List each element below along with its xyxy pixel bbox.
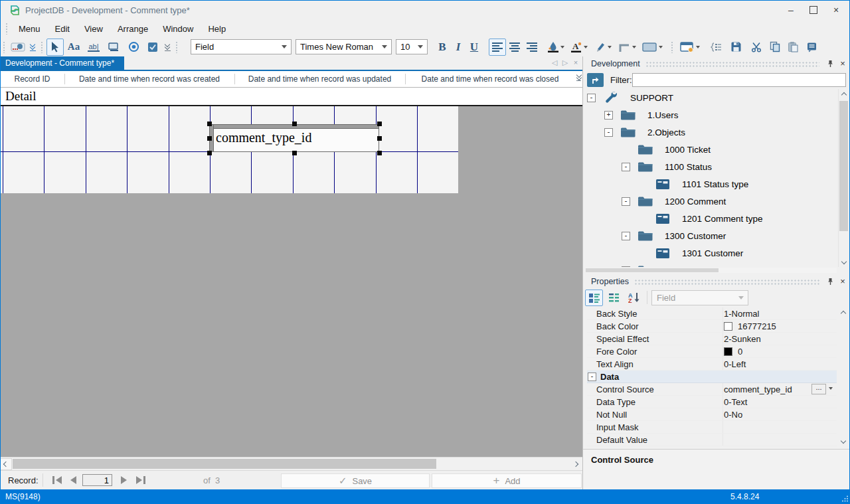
font-name-combobox[interactable]: Times New Roman (296, 39, 392, 54)
filter-input[interactable] (632, 73, 846, 87)
canvas-hscrollbar[interactable] (0, 457, 582, 470)
tree-hscrollbar[interactable] (586, 268, 837, 273)
form-settings-button[interactable] (677, 39, 703, 56)
underline-button[interactable]: U (466, 39, 482, 56)
menu-item-edit[interactable]: Edit (48, 24, 77, 34)
resize-handle[interactable] (377, 122, 382, 126)
maximize-button[interactable] (802, 0, 825, 20)
tree-item-1100-status[interactable]: - 1100 Status (586, 158, 837, 175)
property-row-data-type[interactable]: Data Type 0-Text (587, 396, 837, 408)
property-row-fore-color[interactable]: Fore Color 0 (587, 345, 837, 358)
resize-handle[interactable] (292, 151, 297, 155)
expand-box-icon[interactable]: + (604, 111, 613, 120)
tree-item-1101-status-type[interactable]: 1101 Status type (586, 175, 837, 193)
toolbar-grip[interactable] (671, 41, 674, 53)
design-canvas[interactable]: comment_type_id (0, 106, 582, 457)
column-record-id[interactable]: Record ID (0, 71, 64, 87)
ellipsis-button[interactable]: ... (811, 384, 826, 394)
tree-item-users[interactable]: + 1.Users (586, 106, 837, 124)
textbox-tool-button[interactable]: ab| (84, 39, 104, 56)
close-button[interactable]: × (825, 0, 847, 20)
header-overflow-icon[interactable] (576, 73, 581, 81)
font-size-combobox[interactable]: 10 (396, 39, 428, 54)
property-row-back-style[interactable]: Back Style 1-Normal (587, 307, 837, 320)
radio-tool-button[interactable] (124, 39, 143, 56)
tree-item-1200-comment[interactable]: - 1200 Comment (586, 193, 837, 210)
property-row-control-source[interactable]: Control Source comment_type_id ... (587, 383, 837, 396)
minimize-button[interactable]: – (780, 0, 802, 20)
italic-button[interactable]: I (450, 39, 466, 56)
toolbar-overflow-button[interactable] (162, 39, 173, 56)
tab-close-icon[interactable]: × (572, 58, 580, 67)
list-view-button[interactable] (605, 290, 623, 306)
fill-color-button[interactable] (545, 39, 567, 56)
menu-item-window[interactable]: Window (155, 24, 201, 34)
previous-record-button[interactable] (66, 473, 80, 487)
collapse-box-icon[interactable]: - (587, 94, 596, 102)
resize-handle[interactable] (207, 151, 212, 155)
menu-grip[interactable] (5, 23, 9, 35)
tree-item-support[interactable]: - SUPPORT (586, 89, 837, 106)
menu-item-help[interactable]: Help (201, 24, 233, 34)
add-record-button[interactable]: + Add (432, 473, 582, 488)
tree-vscrollbar[interactable] (838, 89, 849, 267)
menu-item-menu[interactable]: Menu (11, 24, 48, 34)
save-button[interactable] (726, 39, 746, 56)
tree-item-1201-comment-type[interactable]: 1201 Comment type (586, 210, 837, 227)
record-number-input[interactable] (82, 474, 112, 486)
categorized-view-button[interactable] (585, 290, 603, 306)
toolbar-grip[interactable] (175, 41, 179, 53)
pin-button[interactable] (825, 276, 835, 287)
property-object-combobox[interactable]: Field (651, 290, 748, 305)
paste-button[interactable] (784, 39, 802, 56)
tab-development-comment-type[interactable]: Development - Comment type* (0, 56, 124, 70)
resize-handle[interactable] (377, 151, 382, 155)
tab-scroll-right-icon[interactable]: ▷ (561, 58, 569, 67)
collapse-box-icon[interactable]: - (622, 197, 630, 206)
resize-handle[interactable] (377, 136, 382, 141)
tree-item-1300-customer[interactable]: - 1300 Customer (586, 227, 837, 244)
tree-vscroll-thumb[interactable] (839, 101, 848, 231)
field-box[interactable]: comment_type_id (209, 124, 379, 152)
align-right-button[interactable] (523, 39, 541, 56)
select-tool-button[interactable] (46, 39, 64, 56)
property-row-special-effect[interactable]: Special Effect 2-Sunken (587, 333, 837, 345)
tree-item-1000-ticket[interactable]: 1000 Ticket (586, 141, 837, 158)
toolbar-grip[interactable] (41, 41, 44, 53)
tree-item-1400-user[interactable]: + 1400 User (586, 262, 837, 267)
property-row-default-value[interactable]: Default Value (587, 434, 837, 446)
label-tool-button[interactable]: Aa (64, 39, 84, 56)
save-record-button[interactable]: ✓ Save (281, 473, 430, 488)
next-record-button[interactable] (117, 473, 130, 487)
font-color-button[interactable]: A (567, 39, 591, 56)
hscroll-thumb[interactable] (13, 459, 436, 469)
resize-handle[interactable] (292, 122, 297, 126)
expand-box-icon[interactable]: + (622, 266, 630, 268)
chevron-down-icon[interactable] (829, 387, 833, 390)
selected-field-control[interactable]: comment_type_id (207, 122, 382, 155)
checkbox-tool-button[interactable] (143, 39, 162, 56)
property-row-not-null[interactable]: Not Null 0-No (587, 408, 837, 421)
toolbar-grip[interactable] (3, 41, 6, 53)
collapse-box-icon[interactable]: - (604, 128, 613, 137)
highlighter-button[interactable] (591, 39, 615, 56)
property-row-input-mask[interactable]: Input Mask (587, 421, 837, 434)
column-closed[interactable]: Date and time when record was closed (405, 71, 575, 87)
property-row-text-align[interactable]: Text Align 0-Left (587, 358, 837, 371)
properties-vscrollbar[interactable] (838, 307, 848, 446)
pin-button[interactable] (825, 58, 835, 69)
collapse-box-icon[interactable]: - (622, 232, 630, 240)
align-left-button[interactable] (489, 39, 506, 56)
filter-go-button[interactable] (587, 73, 604, 87)
resize-handle[interactable] (207, 136, 212, 141)
sort-az-button[interactable]: A Z (625, 290, 643, 306)
form-tool-icon[interactable] (9, 39, 27, 56)
property-category-data[interactable]: - Data (587, 371, 837, 383)
align-center-button[interactable] (506, 39, 523, 56)
copy-button[interactable] (766, 39, 784, 56)
property-row-back-color[interactable]: Back Color 16777215 (587, 320, 837, 333)
shape-button[interactable] (639, 39, 665, 56)
menu-item-arrange[interactable]: Arrange (110, 24, 155, 34)
close-panel-button[interactable]: × (837, 276, 848, 287)
border-style-button[interactable] (615, 39, 639, 56)
